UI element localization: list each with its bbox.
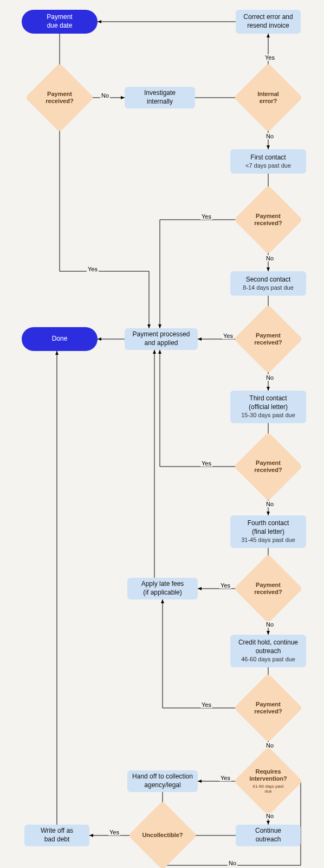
label-no-7: No: [265, 742, 275, 749]
second-contact-node: Second contact8-14 days past due: [230, 271, 306, 296]
label-yes-5: Yes: [219, 582, 231, 589]
done-label: Done: [52, 335, 68, 343]
done-node: Done: [22, 327, 98, 351]
label-yes-4: Yes: [200, 460, 212, 467]
payment-processed-node: Payment processed and applied: [125, 328, 198, 350]
internal-error-label: Internal error?: [254, 91, 282, 105]
payment-received-3-label: Payment received?: [251, 332, 285, 346]
requires-intervention: Requires intervention?61-90 days past du…: [244, 757, 293, 806]
label-yes-7: Yes: [219, 775, 231, 781]
uncollectible: Uncollectible?: [138, 811, 187, 860]
internal-error: Internal error?: [244, 73, 293, 122]
credit-hold-node: Credit hold, continue outreach46-60 days…: [230, 635, 306, 667]
uncollectible-label: Uncollectible?: [139, 832, 186, 839]
continue-outreach-label: Continue outreach: [255, 827, 281, 844]
start-label: Payment due date: [47, 13, 72, 30]
payment-received-6-label: Payment received?: [251, 701, 285, 715]
label-yes-3: Yes: [222, 333, 234, 339]
apply-late-fees-label: Apply late fees (if applicable): [141, 580, 184, 597]
third-contact-label: Third contact (official letter)15-30 day…: [241, 394, 295, 419]
label-no-9: No: [228, 860, 237, 866]
payment-received-5-label: Payment received?: [251, 582, 285, 596]
label-no-4: No: [265, 374, 275, 381]
payment-processed-label: Payment processed and applied: [132, 330, 190, 347]
correct-error-node: Correct error and resend invoice: [236, 10, 301, 34]
label-no-5: No: [265, 501, 275, 507]
second-contact-label: Second contact8-14 days past due: [243, 276, 294, 292]
write-off-label: Write off as bad debt: [41, 827, 73, 844]
start-node: Payment due date: [22, 10, 98, 34]
payment-received-4: Payment received?: [244, 442, 293, 491]
label-no-6: No: [265, 621, 275, 628]
payment-received-1: Payment received?: [35, 73, 84, 122]
label-no-1: No: [100, 92, 110, 99]
label-yes-8: Yes: [108, 829, 120, 835]
first-contact-label: First contact<7 days past due: [245, 154, 291, 170]
correct-error-label: Correct error and resend invoice: [243, 13, 293, 30]
label-no-8: No: [265, 813, 275, 819]
payment-received-1-label: Payment received?: [42, 91, 76, 105]
investigate-node: Investigate internally: [125, 87, 195, 108]
label-yes-6: Yes: [200, 701, 212, 708]
credit-hold-label: Credit hold, continue outreach46-60 days…: [238, 639, 298, 663]
apply-late-fees-node: Apply late fees (if applicable): [127, 578, 198, 599]
label-yes-9: Yes: [87, 266, 99, 272]
first-contact-node: First contact<7 days past due: [230, 149, 306, 174]
payment-received-5: Payment received?: [244, 564, 293, 613]
payment-received-2-label: Payment received?: [251, 213, 285, 227]
fourth-contact-label: Fourth contact (final letter)31-45 days …: [241, 519, 295, 544]
payment-received-2: Payment received?: [244, 195, 293, 244]
label-no-3: No: [265, 255, 275, 261]
payment-received-4-label: Payment received?: [251, 459, 285, 474]
label-no-2: No: [265, 133, 275, 139]
third-contact-node: Third contact (official letter)15-30 day…: [230, 391, 306, 423]
payment-received-3: Payment received?: [244, 315, 293, 363]
requires-intervention-label: Requires intervention?61-90 days past du…: [246, 768, 290, 794]
investigate-label: Investigate internally: [144, 89, 176, 106]
fourth-contact-node: Fourth contact (final letter)31-45 days …: [230, 515, 306, 548]
hand-off-node: Hand off to collection agency/legal: [127, 770, 198, 792]
continue-outreach-node: Continue outreach: [236, 825, 301, 846]
label-yes-1: Yes: [264, 54, 276, 61]
payment-received-6: Payment received?: [244, 684, 293, 732]
hand-off-label: Hand off to collection agency/legal: [132, 773, 193, 789]
write-off-node: Write off as bad debt: [24, 825, 89, 846]
label-yes-2: Yes: [200, 213, 212, 220]
flowchart-edges: [0, 0, 324, 868]
